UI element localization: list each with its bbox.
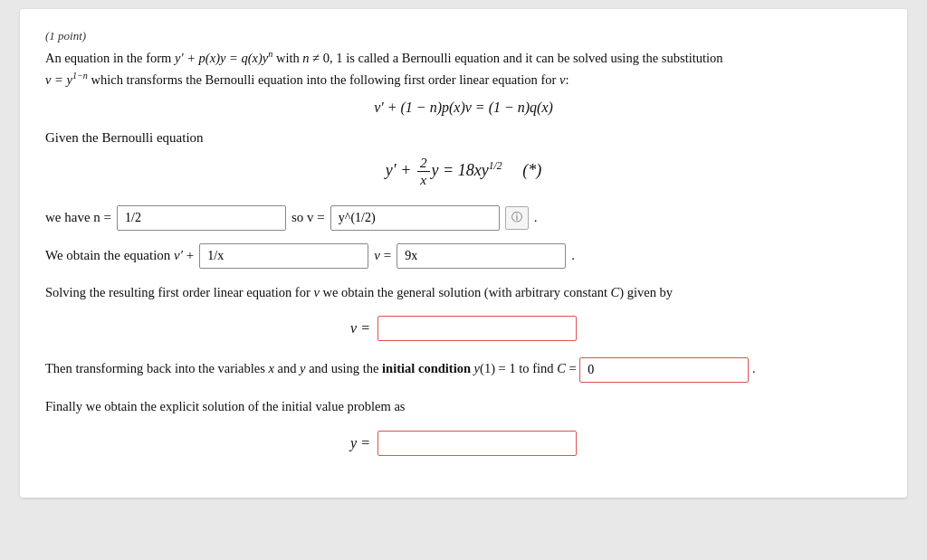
intro-text: An equation in the form y′ + p(x)y = q(x…: [45, 47, 882, 90]
y-answer-row: y =: [45, 431, 882, 456]
given-label: Given the Bernoulli equation: [45, 130, 882, 146]
c-input[interactable]: [579, 357, 749, 383]
n-v-row: we have n = so v = ⓘ .: [45, 205, 882, 231]
big-equation-row: y′ + 2xy = 18xy1/2 (*): [45, 155, 882, 189]
coeff-input[interactable]: [199, 243, 368, 269]
v-eq-input[interactable]: [397, 243, 566, 269]
n-input[interactable]: [117, 205, 286, 231]
y-answer-input[interactable]: [377, 431, 577, 456]
period1: .: [534, 210, 538, 225]
point-label: (1 point): [45, 29, 882, 43]
finally-text: Finally we obtain the explicit solution …: [45, 395, 882, 418]
obtain-label: We obtain the equation v′ +: [45, 248, 194, 263]
v-answer-eq: v =: [350, 316, 577, 341]
so-v-label: so v =: [291, 210, 325, 225]
n-label: we have n =: [45, 210, 111, 225]
y-answer-eq: y =: [350, 431, 577, 456]
period2: .: [571, 248, 575, 263]
intro-line2: v = y1−n which transforms the Bernoulli …: [45, 72, 569, 87]
period3: .: [752, 362, 756, 376]
icon-button[interactable]: ⓘ: [505, 206, 529, 230]
obtain-row: We obtain the equation v′ + v = .: [45, 243, 882, 269]
v-answer-label: v =: [350, 320, 370, 337]
star-label: (*): [522, 161, 541, 179]
v-answer-row: v =: [45, 316, 882, 341]
transform-text: Then transforming back into the variable…: [45, 357, 882, 383]
main-card: (1 point) An equation in the form y′ + p…: [20, 9, 907, 498]
v-eq-label: v =: [374, 248, 391, 263]
bold-initial-condition: initial condition: [382, 362, 471, 376]
v-answer-input[interactable]: [377, 316, 577, 341]
y-answer-label: y =: [350, 435, 370, 451]
center-equation: v′ + (1 − n)p(x)v = (1 − n)q(x): [45, 100, 882, 116]
intro-line1: An equation in the form y′ + p(x)y = q(x…: [45, 51, 723, 65]
solving-text: Solving the resulting first order linear…: [45, 281, 882, 304]
v-input[interactable]: [330, 205, 500, 231]
